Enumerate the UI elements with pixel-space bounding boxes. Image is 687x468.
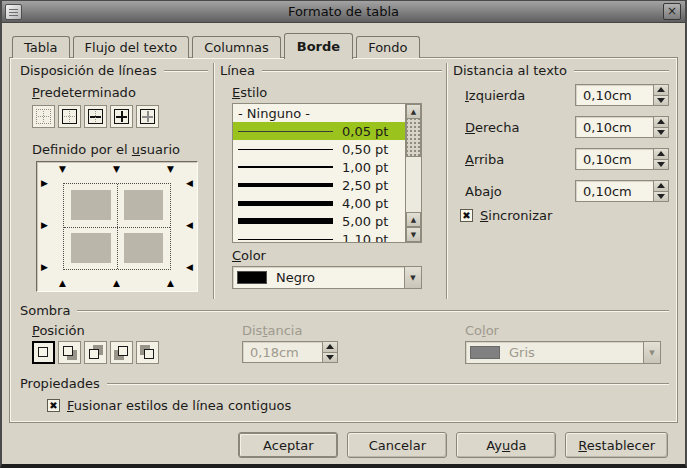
dialog-button-row: Aceptar Cancelar Ayuda Restablecer [238, 432, 668, 458]
line-arrangement-group-label: Disposición de líneas [20, 63, 157, 78]
right-distance-stepper [654, 116, 669, 138]
line-arrangement-group-header: Disposición de líneas [20, 63, 208, 78]
line-color-dropdown[interactable]: Negro ▼ [232, 266, 422, 289]
preset-box-inner-button[interactable] [136, 105, 159, 128]
spacing-group-header: Distancia al texto [453, 63, 669, 78]
spacing-group-label: Distancia al texto [453, 63, 567, 78]
titlebar[interactable]: Formato de tabla × [2, 1, 685, 23]
user-defined-label: Definido por el usuario [32, 142, 180, 157]
left-distance-field[interactable]: 0,10cm [575, 84, 654, 106]
spin-down-button[interactable] [323, 352, 337, 363]
scroll-up-icon[interactable]: ▲ [406, 212, 421, 227]
line-sample [238, 239, 333, 240]
preset-box-button[interactable] [58, 105, 81, 128]
line-style-option-none[interactable]: - Ninguno - [233, 104, 405, 122]
line-style-option[interactable]: 1,10 pt [233, 230, 405, 242]
cell [124, 233, 164, 263]
merge-styles-row: ✖ Fusionar estilos de línea contiguos [47, 398, 291, 413]
top-distance-stepper [654, 148, 669, 170]
shadow-distance-stepper [323, 341, 338, 363]
bottom-distance-stepper [654, 180, 669, 202]
chevron-down-icon[interactable]: ▼ [404, 267, 421, 288]
scrollbar-track[interactable] [406, 157, 421, 212]
shadow-bottom-right-icon [62, 345, 77, 360]
preset-no-borders-button[interactable] [32, 105, 55, 128]
shadow-none-button[interactable] [32, 341, 55, 364]
properties-group-label: Propiedades [20, 376, 100, 391]
check-icon: ✖ [49, 401, 57, 411]
style-label: Estilo [232, 85, 267, 100]
preset-box-horizontal-button[interactable] [84, 105, 107, 128]
line-color-value: Negro [276, 270, 404, 285]
shadow-top-left-icon [140, 345, 155, 360]
spin-up-button[interactable] [654, 181, 668, 191]
shadow-top-right-button[interactable] [84, 341, 107, 364]
shadow-color-dropdown: Gris ▼ [465, 341, 661, 364]
borde-tab-page: Disposición de líneas Predeterminado Def… [9, 57, 678, 423]
bottom-distance-field[interactable]: 0,10cm [575, 180, 654, 202]
line-style-option[interactable]: 4,00 pt [233, 194, 405, 212]
spin-down-button[interactable] [654, 95, 668, 106]
color-swatch [470, 346, 500, 359]
spin-up-icon [657, 151, 665, 156]
cancel-button[interactable]: Cancelar [347, 432, 447, 458]
line-style-option[interactable]: 1,00 pt [233, 158, 405, 176]
check-icon: ✖ [462, 211, 470, 221]
tab-columnas[interactable]: Columnas [192, 36, 281, 58]
shadow-bottom-left-button[interactable] [110, 341, 133, 364]
shadow-bottom-left-icon [114, 345, 129, 360]
spin-down-icon [657, 98, 665, 103]
default-presets [32, 105, 159, 128]
merge-styles-label: Fusionar estilos de línea contiguos [67, 398, 291, 413]
cell [124, 190, 164, 220]
box-border-icon [62, 109, 77, 124]
spin-up-button[interactable] [654, 149, 668, 159]
tab-tabla[interactable]: Tabla [12, 36, 70, 58]
style-list-scrollbar[interactable]: ▲ ▲ ▼ [405, 104, 421, 242]
table-format-dialog: Formato de tabla × Tabla Flujo del texto… [0, 0, 687, 468]
line-style-option[interactable]: 0,50 pt [233, 140, 405, 158]
reset-button[interactable]: Restablecer [565, 432, 668, 458]
line-style-option-selected[interactable]: 0,05 pt [233, 122, 405, 140]
tab-flujo-del-texto[interactable]: Flujo del texto [73, 36, 190, 58]
spin-up-button[interactable] [654, 117, 668, 127]
user-defined-border-editor[interactable]: ▼ ▼ ▼ ▲ ▲ ▲ ▶ ▶ ▶ ◀ ◀ ◀ [36, 161, 198, 292]
shadow-group-label: Sombra [20, 303, 70, 318]
edge-marker-icon: ▲ [113, 279, 120, 288]
tab-fondo[interactable]: Fondo [356, 36, 419, 58]
line-style-option[interactable]: 5,00 pt [233, 212, 405, 230]
close-icon[interactable]: × [663, 3, 681, 20]
left-label: Izquierda [465, 88, 575, 103]
right-distance-field[interactable]: 0,10cm [575, 116, 654, 138]
line-group-label: Línea [220, 63, 255, 78]
spin-up-button[interactable] [654, 85, 668, 95]
edge-marker-icon: ▼ [59, 165, 66, 174]
spin-down-button[interactable] [654, 191, 668, 202]
scroll-down-icon[interactable]: ▼ [406, 227, 421, 242]
line-style-option[interactable]: 2,50 pt [233, 176, 405, 194]
tab-borde[interactable]: Borde [284, 33, 353, 59]
spacing-top-row: Arriba 0,10cm [465, 148, 669, 170]
color-swatch [237, 271, 267, 284]
scroll-up-icon[interactable]: ▲ [406, 104, 421, 119]
synchronize-label: Sincronizar [480, 208, 552, 223]
preset-box-cross-button[interactable] [110, 105, 133, 128]
spin-up-button[interactable] [323, 342, 337, 352]
help-button[interactable]: Ayuda [456, 432, 556, 458]
spin-down-button[interactable] [654, 159, 668, 170]
cell [71, 190, 111, 220]
line-style-items: - Ninguno - 0,05 pt 0,50 pt 1,00 pt 2,50… [233, 104, 405, 242]
shadow-none-icon [36, 345, 51, 360]
shadow-bottom-right-button[interactable] [58, 341, 81, 364]
shadow-top-left-button[interactable] [136, 341, 159, 364]
chevron-down-icon: ▼ [643, 342, 660, 363]
top-distance-field[interactable]: 0,10cm [575, 148, 654, 170]
spin-down-button[interactable] [654, 127, 668, 138]
edge-marker-icon: ▼ [113, 165, 120, 174]
merge-styles-checkbox[interactable]: ✖ [47, 399, 60, 412]
accept-button[interactable]: Aceptar [238, 432, 338, 458]
synchronize-checkbox[interactable]: ✖ [460, 209, 473, 222]
scrollbar-thumb[interactable] [406, 119, 421, 157]
spin-down-icon [326, 355, 334, 360]
spin-up-icon [326, 344, 334, 349]
